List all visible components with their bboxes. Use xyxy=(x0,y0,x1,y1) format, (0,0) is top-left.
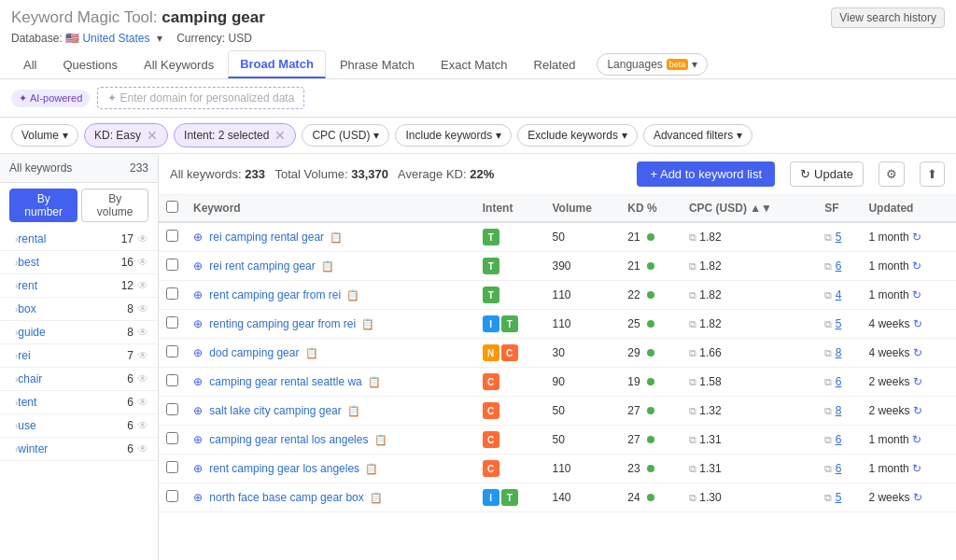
sidebar-item[interactable]: › rei 7 👁 xyxy=(0,344,158,368)
th-cpc[interactable]: CPC (USD) ▲▼ xyxy=(682,195,817,222)
sf-copy-icon[interactable]: ⧉ xyxy=(824,376,832,387)
keyword-link[interactable]: rent camping gear los angeles xyxy=(209,462,359,475)
eye-icon[interactable]: 👁 xyxy=(137,419,148,432)
copy-icon[interactable]: ⧉ xyxy=(689,434,696,445)
eye-icon[interactable]: 👁 xyxy=(137,396,148,409)
sidebar-item[interactable]: › tent 6 👁 xyxy=(0,391,158,414)
copy-icon[interactable]: ⧉ xyxy=(689,405,696,416)
serp-icon[interactable]: 📋 xyxy=(305,347,318,358)
refresh-icon[interactable]: ↻ xyxy=(913,375,922,388)
filter-exclude[interactable]: Exclude keywords ▾ xyxy=(517,124,638,147)
sf-copy-icon[interactable]: ⧉ xyxy=(824,434,832,445)
copy-icon[interactable]: ⧉ xyxy=(689,463,696,474)
remove-kd-filter[interactable]: ✕ xyxy=(147,128,158,143)
eye-icon[interactable]: 👁 xyxy=(137,232,148,245)
row-checkbox[interactable] xyxy=(166,374,178,386)
keyword-link[interactable]: rei camping rental gear xyxy=(209,231,324,244)
sidebar-item[interactable]: › use 6 👁 xyxy=(0,414,158,438)
serp-icon[interactable]: 📋 xyxy=(346,289,359,301)
tab-phrase-match[interactable]: Phrase Match xyxy=(328,51,427,77)
refresh-icon[interactable]: ↻ xyxy=(912,288,921,301)
serp-icon[interactable]: 📋 xyxy=(347,405,360,416)
row-checkbox[interactable] xyxy=(166,432,178,444)
domain-input[interactable]: ✦ Enter domain for personalized data xyxy=(97,87,304,109)
row-checkbox[interactable] xyxy=(166,230,178,242)
sf-value[interactable]: 8 xyxy=(836,346,842,359)
eye-icon[interactable]: 👁 xyxy=(137,349,148,362)
tab-related[interactable]: Related xyxy=(522,51,588,77)
filter-include[interactable]: Include keywords ▾ xyxy=(395,124,512,147)
row-checkbox[interactable] xyxy=(166,287,178,300)
expand-keyword-icon[interactable]: ⊕ xyxy=(193,462,203,475)
serp-icon[interactable]: 📋 xyxy=(370,492,383,503)
sf-copy-icon[interactable]: ⧉ xyxy=(824,405,832,416)
refresh-icon[interactable]: ↻ xyxy=(913,491,922,504)
remove-intent-filter[interactable]: ✕ xyxy=(274,128,286,143)
sf-value[interactable]: 5 xyxy=(836,231,842,244)
filter-advanced[interactable]: Advanced filters ▾ xyxy=(643,124,752,147)
sidebar-item[interactable]: › rental 17 👁 xyxy=(0,228,158,251)
sf-copy-icon[interactable]: ⧉ xyxy=(824,318,832,329)
sf-copy-icon[interactable]: ⧉ xyxy=(824,463,832,474)
tab-languages[interactable]: Languages beta ▾ xyxy=(597,53,708,76)
copy-icon[interactable]: ⧉ xyxy=(689,376,696,387)
row-checkbox[interactable] xyxy=(166,490,178,502)
row-checkbox[interactable] xyxy=(166,316,178,329)
refresh-icon[interactable]: ↻ xyxy=(913,317,922,330)
expand-keyword-icon[interactable]: ⊕ xyxy=(193,317,203,330)
refresh-icon[interactable]: ↻ xyxy=(913,404,922,417)
filter-volume[interactable]: Volume ▾ xyxy=(11,124,78,147)
sidebar-item[interactable]: › rent 12 👁 xyxy=(0,274,158,298)
expand-keyword-icon[interactable]: ⊕ xyxy=(193,433,203,446)
sf-value[interactable]: 4 xyxy=(836,288,842,301)
filter-cpc[interactable]: CPC (USD) ▾ xyxy=(302,124,389,147)
copy-icon[interactable]: ⧉ xyxy=(689,347,696,358)
sf-copy-icon[interactable]: ⧉ xyxy=(824,289,832,301)
row-checkbox[interactable] xyxy=(166,461,178,473)
tab-all-keywords[interactable]: All Keywords xyxy=(132,51,226,77)
row-checkbox[interactable] xyxy=(166,403,178,415)
serp-icon[interactable]: 📋 xyxy=(374,434,387,445)
export-icon-button[interactable]: ⬆ xyxy=(920,161,945,187)
filter-kd[interactable]: KD: Easy ✕ xyxy=(84,123,168,147)
expand-keyword-icon[interactable]: ⊕ xyxy=(193,375,203,388)
expand-keyword-icon[interactable]: ⊕ xyxy=(193,491,203,504)
keyword-link[interactable]: rei rent camping gear xyxy=(209,259,315,273)
tab-broad-match[interactable]: Broad Match xyxy=(228,50,326,78)
sidebar-item[interactable]: › box 8 👁 xyxy=(0,298,158,321)
eye-icon[interactable]: 👁 xyxy=(137,302,148,315)
refresh-icon[interactable]: ↻ xyxy=(912,462,921,475)
sort-by-number-button[interactable]: By number xyxy=(9,189,77,222)
sidebar-item[interactable]: › winter 6 👁 xyxy=(0,438,158,461)
keyword-link[interactable]: north face base camp gear box xyxy=(209,491,363,504)
database-link[interactable]: United States xyxy=(82,32,149,45)
tab-all[interactable]: All xyxy=(11,51,49,77)
sf-copy-icon[interactable]: ⧉ xyxy=(824,347,832,358)
copy-icon[interactable]: ⧉ xyxy=(689,289,696,301)
select-all-checkbox[interactable] xyxy=(166,201,178,213)
copy-icon[interactable]: ⧉ xyxy=(689,231,696,243)
sidebar-item[interactable]: › best 16 👁 xyxy=(0,251,158,274)
eye-icon[interactable]: 👁 xyxy=(137,279,148,292)
sf-copy-icon[interactable]: ⧉ xyxy=(824,492,832,503)
sf-copy-icon[interactable]: ⧉ xyxy=(824,260,832,272)
sf-value[interactable]: 5 xyxy=(836,317,842,330)
copy-icon[interactable]: ⧉ xyxy=(689,260,696,272)
expand-keyword-icon[interactable]: ⊕ xyxy=(193,346,203,359)
view-history-button[interactable]: View search history xyxy=(831,7,945,28)
refresh-icon[interactable]: ↻ xyxy=(912,231,921,244)
filter-intent[interactable]: Intent: 2 selected ✕ xyxy=(174,123,296,147)
eye-icon[interactable]: 👁 xyxy=(137,256,148,269)
copy-icon[interactable]: ⧉ xyxy=(689,492,696,503)
sf-value[interactable]: 6 xyxy=(836,259,842,273)
sf-value[interactable]: 8 xyxy=(836,404,842,417)
keyword-link[interactable]: rent camping gear from rei xyxy=(209,288,341,301)
keyword-link[interactable]: salt lake city camping gear xyxy=(209,404,341,417)
refresh-icon[interactable]: ↻ xyxy=(912,433,921,446)
copy-icon[interactable]: ⧉ xyxy=(689,318,696,329)
row-checkbox[interactable] xyxy=(166,259,178,271)
tab-questions[interactable]: Questions xyxy=(50,51,130,77)
update-button[interactable]: ↻ Update xyxy=(790,161,864,187)
sidebar-item[interactable]: › chair 6 👁 xyxy=(0,368,158,391)
serp-icon[interactable]: 📋 xyxy=(368,376,381,387)
